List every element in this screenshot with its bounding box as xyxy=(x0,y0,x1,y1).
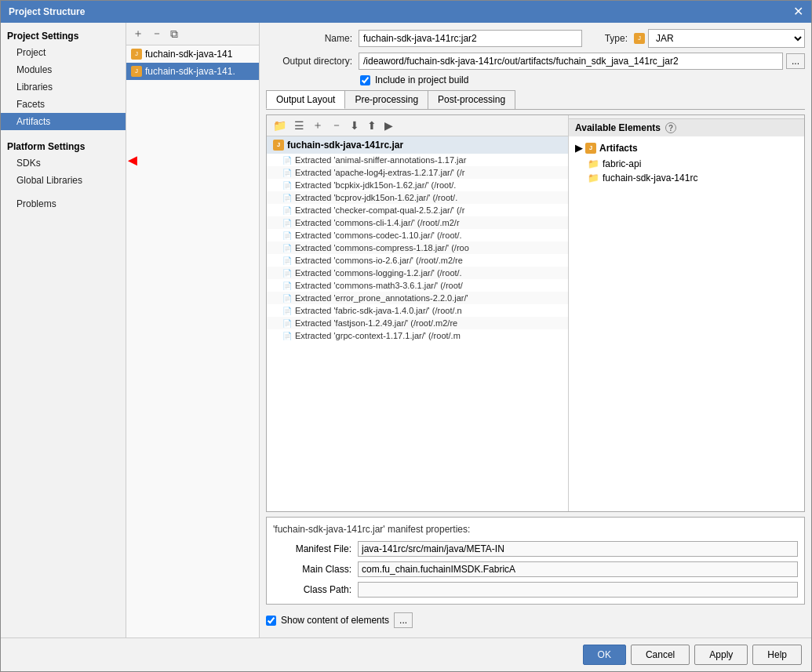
type-select[interactable]: JAR xyxy=(648,29,805,48)
bottom-buttons: OK Cancel Apply Help xyxy=(1,637,811,671)
tree-toolbar-list[interactable]: ☰ xyxy=(291,118,308,133)
tree-item-6: 📄Extracted 'commons-codec-1.10.jar/' (/r… xyxy=(267,229,568,242)
browse-dir-button[interactable]: ... xyxy=(786,53,805,69)
sidebar: Project Settings Project Modules Librari… xyxy=(1,23,126,637)
main-class-input[interactable] xyxy=(358,561,798,577)
show-content-row: Show content of elements ... xyxy=(266,609,805,631)
jar-icon-2: J xyxy=(131,66,142,77)
main-class-label: Main Class: xyxy=(273,564,351,575)
tree-toolbar-right[interactable]: ▶ xyxy=(381,118,396,133)
tab-output-layout[interactable]: Output Layout xyxy=(266,90,345,109)
tree-item-8: 📄Extracted 'commons-io-2.6.jar/' (/root/… xyxy=(267,254,568,267)
manifest-file-label: Manifest File: xyxy=(273,543,351,554)
fuchain-sdk-folder-icon: 📁 xyxy=(588,173,599,183)
right-panel: Name: Type: J JAR Output directory: ... xyxy=(260,23,811,637)
tab-pre-processing[interactable]: Pre-processing xyxy=(344,90,428,109)
tabs-row: Output Layout Pre-processing Post-proces… xyxy=(266,90,805,110)
tree-item-3: 📄Extracted 'bcprov-jdk15on-1.62.jar/' (/… xyxy=(267,191,568,204)
artifact-item-1[interactable]: J fuchain-sdk-java-141 xyxy=(126,45,259,63)
project-settings-section: Project Settings xyxy=(1,26,126,44)
tree-item-7: 📄Extracted 'commons-compress-1.18.jar/' … xyxy=(267,242,568,254)
show-content-label: Show content of elements xyxy=(281,615,389,626)
remove-artifact-button[interactable]: － xyxy=(148,25,166,42)
artifact-toolbar: ＋ － ⧉ xyxy=(126,23,259,45)
available-elements-label: Available Elements xyxy=(575,122,661,133)
tree-item-4: 📄Extracted 'checker-compat-qual-2.5.2.ja… xyxy=(267,204,568,216)
name-row: Name: Type: J JAR xyxy=(266,29,805,48)
sidebar-item-project[interactable]: Project xyxy=(1,44,126,61)
cancel-button[interactable]: Cancel xyxy=(631,645,690,665)
tree-toolbar-folder[interactable]: 📁 xyxy=(270,118,289,133)
tree-item-1: 📄Extracted 'apache-log4j-extras-1.2.17.j… xyxy=(267,166,568,179)
sidebar-item-libraries[interactable]: Libraries xyxy=(1,78,126,96)
artifact-item-label-2: fuchain-sdk-java-141. xyxy=(145,66,235,77)
artifact-item-label-1: fuchain-sdk-java-141 xyxy=(145,49,232,60)
tree-toolbar-remove[interactable]: － xyxy=(328,117,345,134)
sidebar-item-global-libraries[interactable]: Global Libraries xyxy=(1,172,126,189)
show-content-checkbox[interactable] xyxy=(266,616,276,626)
artifact-item-2[interactable]: J fuchain-sdk-java-141. xyxy=(126,63,259,80)
tree-header-icon: J xyxy=(273,140,284,151)
available-item-fuchain-sdk[interactable]: 📁 fuchain-sdk-java-141rc xyxy=(569,171,804,185)
help-button[interactable]: Help xyxy=(752,645,802,665)
available-section-artifacts: ▶ J Artifacts 📁 fabric-api 📁 fuchain-sdk… xyxy=(569,136,804,188)
help-icon[interactable]: ? xyxy=(665,122,676,133)
fuchain-sdk-label: fuchain-sdk-java-141rc xyxy=(603,173,697,183)
tree-item-0: 📄Extracted 'animal-sniffer-annotations-1… xyxy=(267,154,568,166)
left-tree: 📁 ☰ ＋ － ⬇ ⬆ ▶ J fuchain-sdk-java-141rc.j… xyxy=(267,115,569,511)
fabric-api-label: fabric-api xyxy=(603,158,641,169)
sidebar-item-artifacts[interactable]: Artifacts xyxy=(1,113,126,130)
add-artifact-button[interactable]: ＋ xyxy=(129,25,147,42)
artifacts-label: Artifacts xyxy=(599,143,638,154)
sidebar-item-modules[interactable]: Modules xyxy=(1,61,126,78)
artifacts-expand-icon: ▶ xyxy=(575,143,582,154)
tree-header: J fuchain-sdk-java-141rc.jar xyxy=(267,136,568,154)
available-elements-header: Available Elements ? xyxy=(569,119,804,136)
tree-toolbar-up[interactable]: ⬆ xyxy=(364,118,380,133)
copy-artifact-button[interactable]: ⧉ xyxy=(167,26,181,42)
tree-toolbar-add[interactable]: ＋ xyxy=(309,117,326,134)
dots-button[interactable]: ... xyxy=(394,612,413,628)
artifact-list-panel: ＋ － ⧉ J fuchain-sdk-java-141 J fuchain-s… xyxy=(126,23,260,637)
apply-button[interactable]: Apply xyxy=(694,645,748,665)
artifacts-section-title: ▶ J Artifacts xyxy=(569,140,804,157)
tree-toolbar: 📁 ☰ ＋ － ⬇ ⬆ ▶ xyxy=(267,115,568,136)
close-button[interactable]: ✕ xyxy=(793,5,803,18)
jar-icon-1: J xyxy=(131,49,142,60)
class-path-label: Class Path: xyxy=(273,584,351,595)
main-content: Project Settings Project Modules Librari… xyxy=(1,23,811,637)
class-path-input[interactable] xyxy=(358,582,798,598)
include-label: Include in project build xyxy=(375,74,468,85)
sidebar-item-problems[interactable]: Problems xyxy=(1,195,126,212)
split-panel: 📁 ☰ ＋ － ⬇ ⬆ ▶ J fuchain-sdk-java-141rc.j… xyxy=(266,114,805,512)
tree-header-label: fuchain-sdk-java-141rc.jar xyxy=(287,140,403,151)
main-class-row: Main Class: xyxy=(273,561,798,577)
tree-item-13: 📄Extracted 'fastjson-1.2.49.jar/' (/root… xyxy=(267,317,568,329)
tree-item-9: 📄Extracted 'commons-logging-1.2.jar/' (/… xyxy=(267,267,568,279)
tree-item-10: 📄Extracted 'commons-math3-3.6.1.jar/' (/… xyxy=(267,279,568,292)
tree-item-2: 📄Extracted 'bcpkix-jdk15on-1.62.jar/' (/… xyxy=(267,179,568,191)
tab-post-processing[interactable]: Post-processing xyxy=(428,90,515,109)
manifest-title: 'fuchain-sdk-java-141rc.jar' manifest pr… xyxy=(273,524,798,535)
right-tree: Available Elements ? ▶ J Artifacts 📁 fab… xyxy=(569,115,804,511)
output-dir-row: Output directory: ... xyxy=(266,53,805,70)
available-item-fabric-api[interactable]: 📁 fabric-api xyxy=(569,157,804,171)
include-checkbox-row: Include in project build xyxy=(266,74,805,85)
tree-item-11: 📄Extracted 'error_prone_annotations-2.2.… xyxy=(267,292,568,304)
tree-content: J fuchain-sdk-java-141rc.jar 📄Extracted … xyxy=(267,136,568,511)
ok-button[interactable]: OK xyxy=(583,645,626,665)
include-checkbox[interactable] xyxy=(360,75,370,85)
manifest-file-input[interactable] xyxy=(358,541,798,557)
name-input[interactable] xyxy=(359,30,582,47)
sidebar-item-facets[interactable]: Facets xyxy=(1,96,126,113)
type-label: Type: xyxy=(588,33,628,44)
fabric-api-folder-icon: 📁 xyxy=(588,158,599,169)
manifest-file-row: Manifest File: xyxy=(273,541,798,557)
tree-item-5: 📄Extracted 'commons-cli-1.4.jar/' (/root… xyxy=(267,216,568,229)
sidebar-item-sdks[interactable]: SDKs xyxy=(1,154,126,172)
dialog-title: Project Structure xyxy=(9,6,85,17)
output-dir-input[interactable] xyxy=(359,53,783,70)
manifest-panel: 'fuchain-sdk-java-141rc.jar' manifest pr… xyxy=(266,517,805,605)
tree-toolbar-down[interactable]: ⬇ xyxy=(347,118,362,133)
title-bar: Project Structure ✕ xyxy=(1,1,811,23)
